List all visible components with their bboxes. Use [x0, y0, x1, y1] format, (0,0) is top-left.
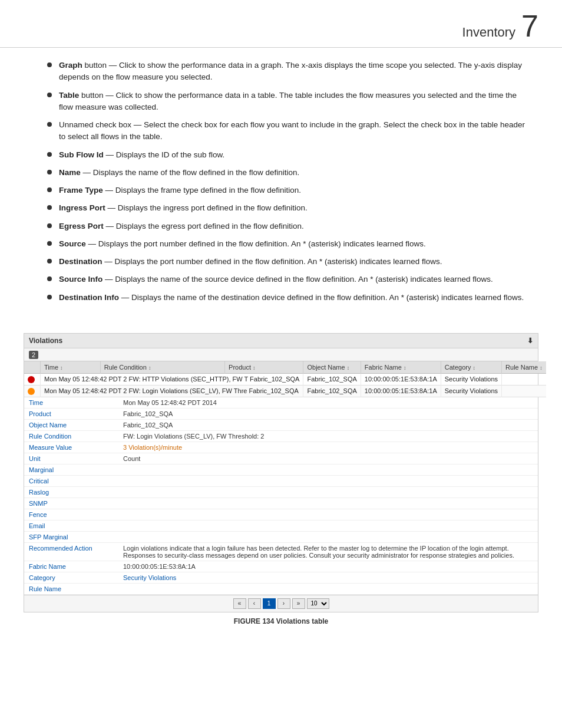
- figure-caption-text: FIGURE 134 Violations table: [234, 617, 329, 625]
- detail-label: SFP Marginal: [24, 532, 118, 542]
- bullet-dot: [47, 152, 52, 157]
- rule-name-cell: [502, 373, 546, 385]
- detail-label: Measure Value: [24, 442, 118, 453]
- violations-count-row: 2: [24, 348, 538, 361]
- detail-value: Fabric_102_SQA: [118, 420, 538, 430]
- bullet-text: Sub Flow Id — Displays the ID of the sub…: [59, 149, 527, 161]
- bullet-item: Frame Type — Displays the frame type def…: [47, 185, 527, 196]
- bullet-dot: [47, 205, 52, 210]
- detail-row: UnitCount: [24, 453, 538, 465]
- detail-row: ProductFabric_102_SQA: [24, 409, 538, 420]
- bullet-text: Egress Port — Displays the egress port d…: [59, 220, 527, 232]
- detail-row: Fabric Name10:00:00:05:1E:53:8A:1A: [24, 561, 538, 572]
- bullet-item: Sub Flow Id — Displays the ID of the sub…: [47, 149, 527, 161]
- page-title: Inventory: [462, 25, 516, 40]
- sort-icon: ↕: [472, 365, 475, 371]
- pagination-row: « ‹ 1 › » 10 25 50: [24, 595, 538, 612]
- bullet-dot: [47, 276, 52, 281]
- detail-value: [118, 487, 538, 498]
- table-column-header[interactable]: Object Name ↕: [303, 361, 361, 374]
- detail-row: Object NameFabric_102_SQA: [24, 420, 538, 431]
- bullet-dot: [47, 93, 52, 97]
- bullet-text: Source Info — Displays the name of the s…: [59, 274, 527, 285]
- bullet-dot: [47, 62, 52, 67]
- bullet-text: Source — Displays the port number define…: [59, 238, 527, 250]
- table-column-header[interactable]: Time ↕: [41, 361, 101, 374]
- detail-row: Rule ConditionFW: Login Violations (SEC_…: [24, 431, 538, 442]
- figure-caption: FIGURE 134 Violations table: [24, 617, 538, 625]
- table-row[interactable]: Mon May 05 12:48:42 PDT 2 FW: Login Viol…: [24, 385, 546, 397]
- table-column-header[interactable]: Fabric Name ↕: [361, 361, 441, 374]
- bullet-dot: [47, 259, 52, 263]
- object-name-cell: Fabric_102_SQA: [303, 373, 361, 385]
- detail-value: Login violations indicate that a login f…: [118, 543, 538, 561]
- bullet-item: Destination — Displays the port number d…: [47, 256, 527, 268]
- first-page-button[interactable]: «: [233, 598, 246, 609]
- detail-row: CategorySecurity Violations: [24, 572, 538, 584]
- bullet-item: Egress Port — Displays the egress port d…: [47, 220, 527, 232]
- detail-value: 3 Violation(s)/minute: [118, 442, 538, 453]
- table-column-header[interactable]: Rule Name ↕: [502, 361, 546, 374]
- bullet-dot: [47, 295, 52, 299]
- detail-label: Object Name: [24, 420, 118, 430]
- last-page-button[interactable]: »: [292, 598, 305, 609]
- detail-label: Category: [24, 572, 118, 583]
- violations-table: Time ↕Rule Condition ↕Product ↕Object Na…: [24, 361, 546, 397]
- detail-label: Marginal: [24, 465, 118, 475]
- bullet-item: Ingress Port — Displays the ingress port…: [47, 202, 527, 214]
- detail-label: SNMP: [24, 498, 118, 509]
- detail-row: Marginal: [24, 465, 538, 476]
- fabric-name-cell: 10:00:00:05:1E:53:8A:1A: [361, 385, 441, 397]
- detail-label: Rule Condition: [24, 431, 118, 442]
- violations-section: Violations ⬇ 2 Time ↕Rule Condition ↕Pro…: [24, 333, 538, 612]
- detail-value: Fabric_102_SQA: [118, 409, 538, 419]
- bullet-text: Destination — Displays the port number d…: [59, 256, 527, 268]
- bullet-item: Source — Displays the port number define…: [47, 238, 527, 250]
- violations-header: Violations ⬇: [24, 334, 538, 348]
- table-column-header[interactable]: Rule Condition ↕: [100, 361, 224, 374]
- table-column-header[interactable]: Category ↕: [441, 361, 501, 374]
- bullet-list: Graph button — Click to show the perform…: [47, 60, 527, 304]
- bullet-text: Table button — Click to show the perform…: [59, 90, 527, 114]
- detail-value: Security Violations: [118, 572, 538, 583]
- detail-row: Critical: [24, 476, 538, 487]
- table-column-header[interactable]: Product ↕: [225, 361, 303, 374]
- next-page-button[interactable]: ›: [277, 598, 290, 609]
- violations-count-badge: 2: [29, 351, 38, 359]
- object-name-cell: Fabric_102_SQA: [303, 385, 361, 397]
- bullet-dot: [47, 223, 52, 228]
- bullet-text: Name — Displays the name of the flow def…: [59, 167, 527, 179]
- violations-title: Violations: [29, 337, 62, 345]
- prev-page-button[interactable]: ‹: [248, 598, 261, 609]
- sort-icon: ↕: [60, 365, 63, 371]
- detail-value: [118, 532, 538, 542]
- bullet-item: Destination Info — Displays the name of …: [47, 292, 527, 304]
- time-cell: Mon May 05 12:48:42 PDT 2 FW: HTTP Viola…: [41, 373, 303, 385]
- per-page-select[interactable]: 10 25 50: [307, 598, 329, 609]
- bullet-dot: [47, 241, 52, 246]
- detail-value: FW: Login Violations (SEC_LV), FW Thresh…: [118, 431, 538, 442]
- current-page-button[interactable]: 1: [263, 598, 276, 609]
- bullet-text: Ingress Port — Displays the ingress port…: [59, 202, 527, 214]
- fabric-name-cell: 10:00:00:05:1E:53:8A:1A: [361, 373, 441, 385]
- bullet-dot: [47, 187, 52, 192]
- detail-value: [118, 521, 538, 531]
- sort-icon: ↕: [404, 365, 406, 371]
- table-row[interactable]: Mon May 05 12:48:42 PDT 2 FW: HTTP Viola…: [24, 373, 546, 385]
- detail-row: SFP Marginal: [24, 532, 538, 543]
- rule-name-cell: [502, 385, 546, 397]
- export-icon[interactable]: ⬇: [527, 337, 533, 345]
- bullet-item: Table button — Click to show the perform…: [47, 90, 527, 114]
- category-cell: Security Violations: [441, 385, 501, 397]
- detail-section: TimeMon May 05 12:48:42 PDT 2014ProductF…: [24, 397, 538, 595]
- bullet-item: Graph button — Click to show the perform…: [47, 60, 527, 84]
- bullet-text: Graph button — Click to show the perform…: [59, 60, 527, 84]
- detail-value: [118, 584, 538, 594]
- detail-label: Rule Name: [24, 584, 118, 594]
- detail-row: Measure Value3 Violation(s)/minute: [24, 442, 538, 453]
- sort-icon: ↕: [347, 365, 350, 371]
- bullet-item: Source Info — Displays the name of the s…: [47, 274, 527, 285]
- detail-label: Fence: [24, 509, 118, 520]
- detail-value: [118, 476, 538, 486]
- detail-row: Raslog: [24, 487, 538, 498]
